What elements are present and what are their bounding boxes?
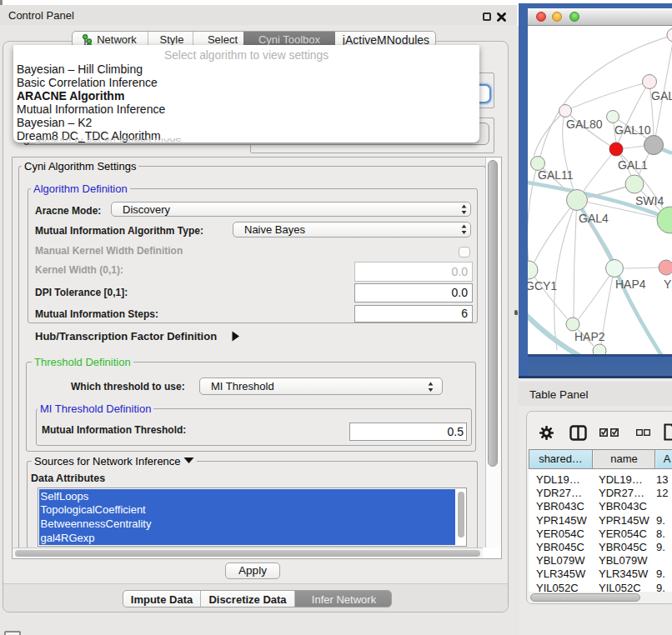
svg-text:GAL8: GAL8: [651, 89, 672, 102]
svg-text:HAP4: HAP4: [615, 278, 646, 291]
svg-text:GAL80: GAL80: [566, 118, 603, 131]
svg-text:GCY1: GCY1: [528, 279, 557, 292]
svg-text:HAP2: HAP2: [574, 330, 605, 343]
svg-text:GAL4: GAL4: [579, 212, 609, 225]
svg-text:GAL1: GAL1: [618, 158, 648, 172]
svg-text:Y: Y: [664, 278, 672, 291]
svg-text:SWI4: SWI4: [635, 194, 664, 208]
svg-text:GAL11: GAL11: [538, 168, 574, 182]
svg-text:GAL10: GAL10: [614, 123, 651, 137]
